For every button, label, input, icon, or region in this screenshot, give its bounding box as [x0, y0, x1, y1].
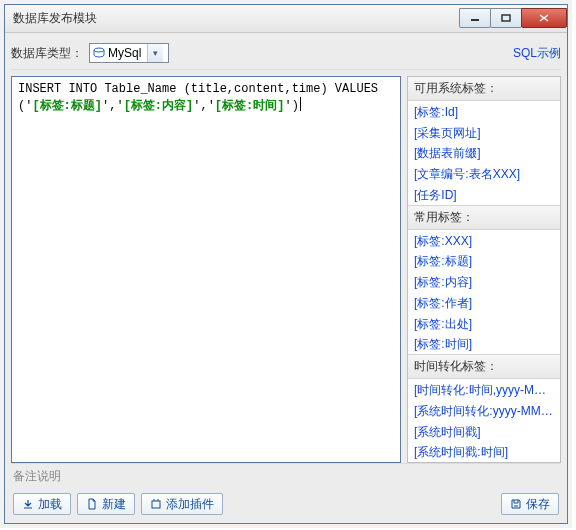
save-button-label: 保存	[526, 496, 550, 513]
close-button[interactable]	[521, 8, 567, 28]
editor-tag-token: [标签:时间]	[215, 99, 285, 113]
db-type-combo[interactable]: MySql ▾	[89, 43, 169, 63]
tag-item[interactable]: [数据表前缀]	[408, 142, 560, 163]
new-button[interactable]: 新建	[77, 493, 135, 515]
tag-item[interactable]: [标签:Id]	[408, 101, 560, 122]
tag-item[interactable]: [标签:XXX]	[408, 230, 560, 251]
new-button-label: 新建	[102, 496, 126, 513]
tag-item[interactable]: [标签:作者]	[408, 292, 560, 313]
load-button[interactable]: 加载	[13, 493, 71, 515]
tag-item[interactable]: [系统时间转化:yyyy-MM-dd]	[408, 400, 560, 421]
chevron-down-icon: ▾	[147, 44, 163, 62]
minimize-icon	[470, 14, 480, 22]
sql-editor[interactable]: INSERT INTO Table_Name (title,content,ti…	[11, 76, 401, 463]
add-plugin-button-label: 添加插件	[166, 496, 214, 513]
window-frame: 数据库发布模块 数据库类型： MySql ▾ SQL示例 INSERT INTO…	[4, 4, 568, 524]
sql-sample-link[interactable]: SQL示例	[513, 45, 561, 62]
tag-item[interactable]: [文章编号:表名XXX]	[408, 163, 560, 184]
editor-text: ','	[193, 99, 215, 113]
tag-item[interactable]: [任务ID]	[408, 184, 560, 205]
svg-point-2	[94, 48, 104, 52]
maximize-icon	[501, 14, 511, 22]
window-title: 数据库发布模块	[13, 10, 459, 27]
db-type-value: MySql	[108, 46, 147, 60]
add-plugin-button[interactable]: 添加插件	[141, 493, 223, 515]
tag-item[interactable]: [系统时间戳:时间]	[408, 441, 560, 462]
editor-tag-token: [标签:标题]	[32, 99, 102, 113]
maximize-button[interactable]	[490, 8, 522, 28]
tag-group-header: 可用系统标签：	[408, 77, 560, 101]
db-type-label: 数据库类型：	[11, 45, 83, 62]
minimize-button[interactable]	[459, 8, 491, 28]
tag-item[interactable]: [标签:内容]	[408, 271, 560, 292]
tag-item[interactable]: [标签:标题]	[408, 250, 560, 271]
titlebar: 数据库发布模块	[5, 5, 567, 33]
plugin-icon	[150, 498, 162, 510]
tag-item[interactable]: [时间转化:时间,yyyy-MM-dd]	[408, 379, 560, 400]
svg-rect-0	[471, 19, 479, 21]
bottom-toolbar: 加载 新建 添加插件 保存	[11, 487, 561, 517]
top-toolbar: 数据库类型： MySql ▾ SQL示例	[11, 39, 561, 70]
svg-rect-1	[502, 15, 510, 21]
editor-text: ','	[102, 99, 124, 113]
tag-item[interactable]: [采集页网址]	[408, 122, 560, 143]
text-caret	[300, 97, 301, 111]
tag-item[interactable]: [标签:时间]	[408, 333, 560, 354]
editor-text: ')	[284, 99, 298, 113]
tag-item[interactable]: [标签:出处]	[408, 313, 560, 334]
tag-group-header: 时间转化标签：	[408, 354, 560, 379]
save-icon	[510, 498, 522, 510]
database-icon	[90, 44, 108, 62]
tag-panel: 可用系统标签：[标签:Id][采集页网址][数据表前缀][文章编号:表名XXX]…	[407, 76, 561, 463]
notes-label: 备注说明	[11, 463, 561, 487]
new-file-icon	[86, 498, 98, 510]
svg-rect-3	[152, 501, 160, 508]
load-icon	[22, 498, 34, 510]
save-button[interactable]: 保存	[501, 493, 559, 515]
tag-group-header: 常用标签：	[408, 205, 560, 230]
editor-tag-token: [标签:内容]	[124, 99, 194, 113]
load-button-label: 加载	[38, 496, 62, 513]
close-icon	[539, 14, 549, 22]
tag-item[interactable]: [系统时间戳]	[408, 421, 560, 442]
